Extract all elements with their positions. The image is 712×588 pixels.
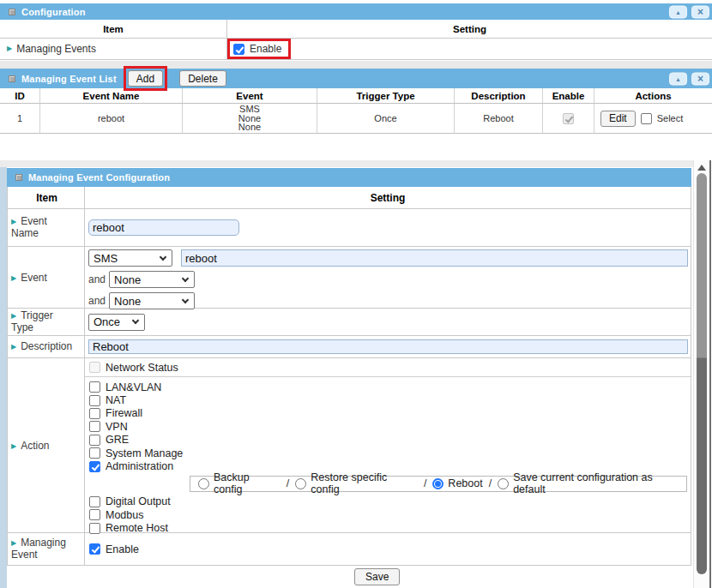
managing-events-label: Managing Events bbox=[16, 43, 96, 55]
managing-events-enable-checkbox[interactable] bbox=[233, 44, 244, 55]
event-value-input[interactable] bbox=[181, 249, 688, 267]
select-label: Select bbox=[657, 113, 684, 123]
administration-options-box: Backup config / Restore specific config … bbox=[190, 476, 687, 492]
action-option-row: Modbus bbox=[85, 508, 691, 521]
edit-button[interactable]: Edit bbox=[600, 111, 636, 127]
radio-item: Backup config bbox=[198, 471, 281, 495]
row-enable-checkbox bbox=[563, 113, 574, 124]
managing-events-label-cell: ▶ Managing Events bbox=[0, 39, 227, 60]
backup-config-label: Backup config bbox=[214, 471, 281, 495]
nat-checkbox[interactable] bbox=[89, 395, 100, 406]
reboot-radio[interactable] bbox=[432, 478, 443, 489]
select-checkbox[interactable] bbox=[641, 113, 652, 124]
action-option-row: LAN&VLAN bbox=[85, 381, 691, 393]
network-status-subrow: Network Status bbox=[85, 358, 691, 377]
trigger-type-setting-cell: Once bbox=[85, 309, 691, 335]
row-bullet-icon: ▶ bbox=[11, 343, 16, 351]
save-button[interactable]: Save bbox=[354, 568, 400, 585]
chevron-down-icon bbox=[160, 253, 166, 260]
action-option-row: System Manage bbox=[85, 447, 691, 459]
event-list-title: Managing Event List bbox=[21, 74, 117, 84]
description-input[interactable] bbox=[88, 339, 688, 354]
event-configuration-header-bar: Managing Event Configuration bbox=[7, 168, 691, 187]
modbus-checkbox[interactable] bbox=[89, 509, 100, 520]
managing-event-label-line1: Managing bbox=[21, 537, 66, 549]
description-setting-cell bbox=[85, 336, 691, 357]
action-option-row: Digital Output bbox=[85, 495, 691, 508]
action-row: ▶Action Network Status LAN&VLAN bbox=[8, 358, 691, 533]
row-event-name: reboot bbox=[40, 104, 183, 134]
event-configuration-table: Item Setting ▶Event Name bbox=[7, 187, 691, 566]
col-id: ID bbox=[0, 88, 40, 104]
description-label: Description bbox=[21, 340, 72, 352]
window-buttons: ▲ × bbox=[669, 72, 709, 85]
collapse-button[interactable]: ▲ bbox=[669, 5, 687, 18]
administration-checkbox[interactable] bbox=[89, 461, 100, 472]
event-label: Event bbox=[21, 272, 47, 284]
close-button[interactable]: × bbox=[691, 72, 709, 85]
delete-button[interactable]: Delete bbox=[179, 70, 226, 87]
managing-events-setting-cell: Enable bbox=[227, 39, 712, 60]
action-option-row: GRE bbox=[85, 434, 691, 447]
add-button[interactable]: Add bbox=[128, 70, 163, 87]
enable-label: Enable bbox=[106, 543, 139, 555]
lan-vlan-checkbox[interactable] bbox=[89, 381, 100, 393]
window-buttons: ▲ × bbox=[669, 5, 709, 18]
trigger-type-select[interactable]: Once bbox=[88, 314, 145, 331]
action-option-row: VPN bbox=[85, 420, 691, 433]
configuration-title: Configuration bbox=[21, 7, 86, 17]
event-name-row: ▶Event Name bbox=[8, 209, 691, 247]
collapse-button[interactable]: ▲ bbox=[669, 72, 687, 85]
radio-separator: / bbox=[489, 477, 492, 489]
configuration-table: Item Setting ▶ Managing Events Enable bbox=[0, 20, 712, 60]
event-name-input[interactable] bbox=[88, 219, 239, 236]
event-type-selected: SMS bbox=[94, 252, 118, 265]
digital-output-checkbox[interactable] bbox=[89, 496, 100, 507]
system-manage-checkbox[interactable] bbox=[89, 447, 100, 459]
vertical-scrollbar bbox=[693, 160, 709, 588]
vpn-checkbox[interactable] bbox=[89, 421, 100, 432]
chevron-down-icon bbox=[182, 274, 189, 281]
firewall-checkbox[interactable] bbox=[89, 408, 100, 419]
panel-bullet-icon bbox=[9, 75, 15, 82]
event-configuration-inner: Managing Event Configuration Item Settin… bbox=[7, 168, 691, 588]
radio-item: Reboot bbox=[432, 477, 482, 489]
event-condition-2-select[interactable]: None bbox=[109, 271, 195, 288]
and-label: and bbox=[88, 295, 106, 307]
save-default-config-radio[interactable] bbox=[498, 478, 509, 489]
managing-event-enable-checkbox[interactable] bbox=[89, 543, 100, 555]
table-header-row: Item Setting bbox=[8, 187, 691, 209]
event-row: ▶Event SMS and bbox=[8, 247, 691, 309]
managing-event-configuration-panel: Managing Event Configuration Item Settin… bbox=[0, 160, 712, 588]
scrollbar-up-arrow-icon[interactable] bbox=[697, 165, 706, 171]
chevron-down-icon bbox=[132, 317, 139, 324]
scrollbar-thumb[interactable] bbox=[697, 173, 707, 574]
remote-host-checkbox[interactable] bbox=[89, 523, 100, 534]
event-label-cell: ▶Event bbox=[8, 247, 85, 309]
backup-config-radio[interactable] bbox=[198, 478, 209, 489]
event-condition-3-select[interactable]: None bbox=[109, 292, 195, 309]
restore-specific-config-radio[interactable] bbox=[295, 478, 306, 489]
event-list-header-bar: Managing Event List Add Delete ▲ × bbox=[0, 69, 712, 88]
gre-checkbox[interactable] bbox=[89, 435, 100, 446]
col-description: Description bbox=[455, 88, 543, 104]
panel-separator bbox=[0, 61, 712, 69]
row-bullet-icon: ▶ bbox=[11, 274, 16, 282]
event-condition-2-selected: None bbox=[114, 273, 141, 286]
managing-event-list-panel: Managing Event List Add Delete ▲ × ID Ev… bbox=[0, 69, 712, 134]
event-condition-line-2: and None bbox=[88, 271, 691, 288]
trigger-type-row: ▶Trigger Type Once bbox=[8, 309, 691, 336]
action-setting-cell: Network Status LAN&VLAN NAT Firewa bbox=[85, 358, 691, 535]
row-trigger-type: Once bbox=[317, 104, 455, 134]
event-configuration-title: Managing Event Configuration bbox=[28, 172, 170, 183]
configuration-header-bar: Configuration ▲ × bbox=[0, 3, 712, 20]
close-button[interactable]: × bbox=[691, 5, 709, 18]
chevron-down-icon bbox=[182, 296, 189, 303]
digital-output-label: Digital Output bbox=[106, 495, 171, 507]
col-event: Event bbox=[183, 88, 317, 104]
row-bullet-icon: ▶ bbox=[11, 312, 16, 320]
collapse-icon: ▲ bbox=[675, 75, 681, 81]
column-header-setting: Setting bbox=[85, 187, 691, 208]
event-type-select[interactable]: SMS bbox=[88, 249, 172, 267]
system-manage-label: System Manage bbox=[106, 447, 183, 459]
